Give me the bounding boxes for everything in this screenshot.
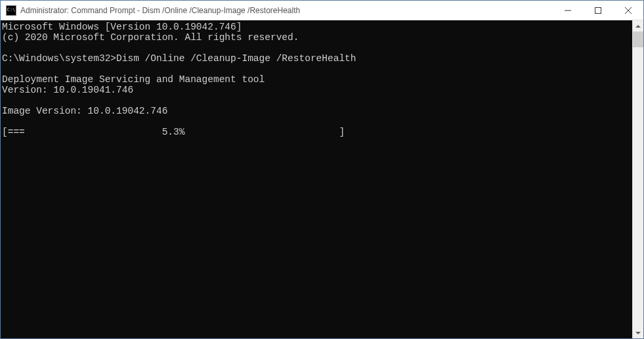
maximize-button[interactable] [583,1,613,20]
app-icon-label: C:\ [7,8,16,12]
console-line: Microsoft Windows [Version 10.0.19042.74… [2,22,242,32]
scrollbar-thumb[interactable] [633,32,643,47]
console-line: Version: 10.0.19041.746 [2,85,133,95]
console-output[interactable]: Microsoft Windows [Version 10.0.19042.74… [1,20,632,338]
console-line: Image Version: 10.0.19042.746 [2,106,167,116]
svg-marker-4 [635,25,641,28]
console-area: Microsoft Windows [Version 10.0.19042.74… [1,20,643,338]
console-line: Deployment Image Servicing and Managemen… [2,74,265,85]
scroll-down-button[interactable] [633,327,643,338]
console-line: (c) 2020 Microsoft Corporation. All righ… [2,32,299,43]
window-title: Administrator: Command Prompt - Dism /On… [20,6,553,15]
titlebar[interactable]: C:\ Administrator: Command Prompt - Dism… [1,1,643,20]
progress-bar-line: [=== 5.3% ] [2,127,345,137]
console-prompt-line: C:\Windows\system32>Dism /Online /Cleanu… [2,53,356,64]
command-prompt-window: C:\ Administrator: Command Prompt - Dism… [0,0,644,339]
scroll-up-button[interactable] [633,20,643,32]
vertical-scrollbar[interactable] [632,20,643,338]
app-icon: C:\ [6,5,16,16]
scrollbar-track[interactable] [633,32,643,327]
svg-rect-1 [595,7,601,13]
minimize-button[interactable] [553,1,583,20]
window-controls [553,1,643,20]
close-button[interactable] [613,1,643,20]
svg-marker-5 [635,332,641,334]
